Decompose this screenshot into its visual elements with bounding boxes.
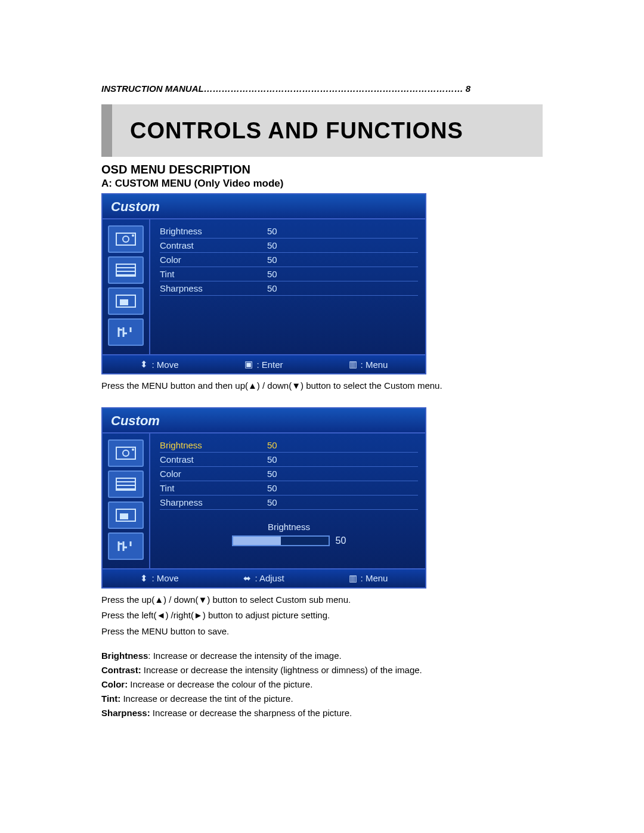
adjuster: Brightness 50 — [160, 522, 418, 546]
leftright-icon: ⬌ — [243, 573, 251, 584]
svg-point-2 — [132, 234, 134, 237]
osd-menu-1: Custom Brightness50 Contrast50 Color50 T… — [101, 193, 426, 374]
row-value: 50 — [267, 240, 315, 250]
menu-sidebar — [103, 433, 150, 568]
menu-row[interactable]: Brightness50 — [160, 438, 418, 453]
svg-rect-8 — [120, 299, 128, 305]
def-term: Color: — [101, 679, 128, 689]
menu-row[interactable]: Contrast50 — [160, 453, 418, 467]
custom-icon[interactable] — [108, 225, 144, 253]
footer-menu: : Menu — [361, 573, 388, 583]
row-value: 50 — [267, 454, 315, 465]
def-desc: Increase or decrease the tint of the pic… — [120, 693, 293, 704]
row-value: 50 — [267, 226, 315, 236]
instruction-text: Press the MENU button and then up(▲) / d… — [101, 379, 543, 393]
osd-menu-2: Custom Brightness50 Contrast50 Color50 T… — [101, 407, 426, 589]
slider-fill — [233, 537, 281, 545]
row-value: 50 — [267, 483, 315, 493]
menu-row[interactable]: Color50 — [160, 467, 418, 481]
row-value: 50 — [267, 283, 315, 293]
menu-row[interactable]: Contrast50 — [160, 239, 418, 253]
menu-row[interactable]: Tint50 — [160, 481, 418, 496]
def-term: Tint: — [101, 693, 120, 704]
svg-point-11 — [132, 448, 134, 451]
footer-adjust: : Adjust — [255, 573, 284, 583]
row-label: Tint — [160, 483, 267, 493]
tools-icon[interactable] — [108, 318, 144, 346]
menu-footer: ⬍: Move ▣: Enter ▥: Menu — [103, 354, 425, 373]
def-term: Brightness — [101, 651, 148, 661]
svg-point-1 — [123, 236, 129, 242]
menu-footer: ⬍: Move ⬌: Adjust ▥: Menu — [103, 568, 425, 587]
row-label: Tint — [160, 269, 267, 279]
page-header: INSTRUCTION MANUAL…………………………………………………………… — [101, 83, 543, 94]
row-label: Sharpness — [160, 497, 267, 507]
custom-icon[interactable] — [108, 439, 144, 467]
banner-title: CONTROLS AND FUNCTIONS — [130, 118, 463, 144]
row-label: Contrast — [160, 240, 267, 250]
subtitle: A: CUSTOM MENU (Only Video mode) — [101, 178, 543, 190]
row-label: Sharpness — [160, 283, 267, 293]
def-term: Contrast: — [101, 665, 141, 675]
section-banner: CONTROLS AND FUNCTIONS — [101, 104, 543, 157]
row-value: 50 — [267, 497, 315, 507]
footer-move: : Move — [151, 573, 178, 583]
row-value: 50 — [267, 440, 315, 450]
menu-row[interactable]: Tint50 — [160, 267, 418, 281]
menu-icon: ▥ — [349, 573, 357, 584]
menu-row[interactable]: Sharpness50 — [160, 281, 418, 296]
adjuster-label: Brightness — [160, 522, 418, 532]
adjuster-value: 50 — [336, 535, 346, 546]
row-label: Color — [160, 469, 267, 479]
menu-icon: ▥ — [349, 359, 357, 370]
def-desc: : Increase or decrease the intensity of … — [148, 651, 341, 661]
osd-title: OSD MENU DESCRIPTION — [101, 163, 543, 176]
svg-point-10 — [123, 450, 129, 456]
row-value: 50 — [267, 269, 315, 279]
row-value: 50 — [267, 255, 315, 265]
video-icon[interactable] — [108, 470, 144, 498]
tools-icon[interactable] — [108, 532, 144, 560]
updown-icon: ⬍ — [140, 573, 148, 584]
footer-menu: : Menu — [361, 360, 388, 370]
banner-accent — [101, 104, 112, 157]
row-label: Color — [160, 255, 267, 265]
picture-icon[interactable] — [108, 287, 144, 315]
menu-row[interactable]: Brightness50 — [160, 224, 418, 239]
menu-row[interactable]: Color50 — [160, 253, 418, 267]
menu-title: Custom — [103, 408, 425, 433]
def-desc: Increase or decrease the sharpness of th… — [150, 708, 352, 718]
definitions: Brightness: Increase or decrease the int… — [101, 649, 543, 720]
row-label: Contrast — [160, 454, 267, 465]
menu-main: Brightness50 Contrast50 Color50 Tint50 S… — [150, 433, 425, 568]
footer-move: : Move — [151, 360, 178, 370]
svg-rect-17 — [120, 513, 128, 519]
menu-title: Custom — [103, 194, 425, 219]
updown-icon: ⬍ — [140, 359, 148, 370]
instruction-text: Press the MENU button to save. — [101, 625, 543, 639]
enter-icon: ▣ — [244, 359, 253, 370]
picture-icon[interactable] — [108, 501, 144, 529]
def-desc: Increase or decrease the intensity (ligh… — [141, 665, 422, 675]
instruction-text: Press the left(◄) /right(►) button to ad… — [101, 609, 543, 623]
video-icon[interactable] — [108, 256, 144, 284]
slider[interactable] — [232, 535, 330, 546]
instruction-text: Press the up(▲) / down(▼) button to sele… — [101, 593, 543, 607]
menu-row[interactable]: Sharpness50 — [160, 496, 418, 510]
def-desc: Increase or decrease the colour of the p… — [128, 679, 312, 689]
def-term: Sharpness: — [101, 708, 150, 718]
menu-sidebar — [103, 219, 150, 354]
row-label: Brightness — [160, 226, 267, 236]
menu-main: Brightness50 Contrast50 Color50 Tint50 S… — [150, 219, 425, 354]
row-label: Brightness — [160, 440, 267, 450]
footer-enter: : Enter — [256, 360, 283, 370]
row-value: 50 — [267, 469, 315, 479]
